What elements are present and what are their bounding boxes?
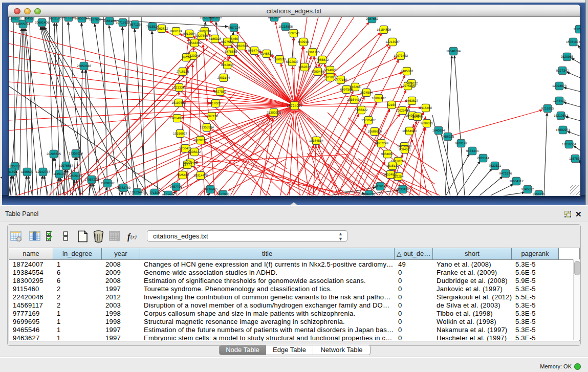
svg-text:10655287: 10655287 <box>75 17 90 20</box>
svg-text:9084011: 9084011 <box>399 148 411 151</box>
svg-text:640910: 640910 <box>298 40 309 44</box>
svg-text:771306: 771306 <box>149 191 160 195</box>
svg-text:16210643: 16210643 <box>554 114 569 118</box>
svg-text:12213383: 12213383 <box>172 86 187 90</box>
svg-text:8427552: 8427552 <box>214 90 227 94</box>
svg-text:9084067: 9084067 <box>381 152 394 156</box>
svg-text:15777: 15777 <box>183 163 192 167</box>
svg-text:8960860: 8960860 <box>209 17 222 19</box>
svg-text:12975115: 12975115 <box>401 84 415 88</box>
svg-text:5498222: 5498222 <box>188 150 201 154</box>
svg-text:391594: 391594 <box>9 170 17 174</box>
svg-text:1362615: 1362615 <box>298 65 311 69</box>
svg-text:12923445: 12923445 <box>130 191 145 194</box>
svg-text:16154808: 16154808 <box>377 28 391 32</box>
svg-text:9186756: 9186756 <box>363 193 376 195</box>
svg-text:1112075: 1112075 <box>573 28 580 31</box>
svg-text:7986322: 7986322 <box>355 108 368 112</box>
svg-text:9115460: 9115460 <box>420 106 432 110</box>
svg-text:19166827: 19166827 <box>173 132 188 136</box>
svg-text:917006: 917006 <box>210 102 221 105</box>
svg-text:10688609: 10688609 <box>367 130 382 134</box>
svg-text:8121505: 8121505 <box>162 193 175 195</box>
svg-text:8471676: 8471676 <box>499 172 512 176</box>
svg-text:6794028: 6794028 <box>324 69 337 72</box>
svg-text:1167534: 1167534 <box>569 157 580 161</box>
svg-text:1588520: 1588520 <box>273 58 286 61</box>
svg-text:18807249: 18807249 <box>374 142 389 145</box>
svg-text:15692971: 15692971 <box>556 128 571 132</box>
svg-text:1527602: 1527602 <box>89 18 102 21</box>
svg-text:2867608: 2867608 <box>235 45 248 48</box>
svg-text:6466160: 6466160 <box>103 19 116 23</box>
svg-text:99034: 99034 <box>182 56 191 59</box>
svg-text:1145194: 1145194 <box>53 172 66 176</box>
svg-text:20364436: 20364436 <box>347 98 362 102</box>
svg-text:11958197: 11958197 <box>100 182 115 185</box>
svg-text:7485063: 7485063 <box>401 70 413 73</box>
svg-text:9356775: 9356775 <box>533 193 546 195</box>
svg-text:20691406: 20691406 <box>35 21 50 25</box>
svg-text:1244419: 1244419 <box>553 99 566 103</box>
svg-text:9463627: 9463627 <box>406 99 419 103</box>
svg-text:14136141: 14136141 <box>373 185 388 188</box>
svg-text:12093873: 12093873 <box>552 84 567 88</box>
svg-text:16782759: 16782759 <box>116 186 131 190</box>
svg-text:20206515: 20206515 <box>47 152 61 156</box>
svg-text:164944: 164944 <box>412 115 423 119</box>
svg-text:3875685: 3875685 <box>225 50 237 54</box>
svg-text:9162936: 9162936 <box>217 193 230 195</box>
svg-text:2803144: 2803144 <box>217 76 230 80</box>
svg-text:2087652: 2087652 <box>366 17 379 21</box>
svg-text:16671355: 16671355 <box>128 23 143 27</box>
svg-text:1700471: 1700471 <box>179 147 192 150</box>
svg-text:8186328: 8186328 <box>209 37 222 41</box>
svg-text:2718126: 2718126 <box>177 70 189 74</box>
svg-text:7632621: 7632621 <box>489 164 502 168</box>
svg-text:11353594: 11353594 <box>200 126 214 129</box>
svg-text:19975887: 19975887 <box>59 164 74 168</box>
svg-text:1733426: 1733426 <box>397 188 409 191</box>
svg-text:16120746: 16120746 <box>391 160 406 163</box>
svg-text:8813054: 8813054 <box>268 17 281 19</box>
svg-text:25053346: 25053346 <box>77 64 92 68</box>
svg-text:10025438: 10025438 <box>396 109 410 113</box>
svg-text:9245652: 9245652 <box>521 188 534 191</box>
svg-text:1077556: 1077556 <box>62 17 75 19</box>
svg-text:7955812: 7955812 <box>316 58 329 62</box>
svg-text:18724007: 18724007 <box>287 104 302 108</box>
svg-text:1156829: 1156829 <box>21 170 34 174</box>
svg-text:9699695: 9699695 <box>421 122 433 125</box>
svg-text:16961755: 16961755 <box>306 51 320 54</box>
svg-text:8878332: 8878332 <box>194 139 207 142</box>
svg-text:252254: 252254 <box>393 175 404 179</box>
svg-text:9146821: 9146821 <box>260 52 273 56</box>
svg-text:12505135: 12505135 <box>68 174 83 178</box>
svg-text:17016504: 17016504 <box>562 143 577 146</box>
svg-text:10973493: 10973493 <box>394 54 408 58</box>
svg-text:9327508: 9327508 <box>221 40 234 44</box>
svg-text:9458925: 9458925 <box>442 135 454 139</box>
svg-text:8912954: 8912954 <box>183 32 196 36</box>
svg-text:6990448: 6990448 <box>312 70 324 74</box>
svg-text:9777169: 9777169 <box>335 78 347 82</box>
svg-text:12942737: 12942737 <box>36 170 51 174</box>
svg-text:8960124: 8960124 <box>170 30 183 33</box>
svg-text:9329966: 9329966 <box>561 55 574 59</box>
svg-text:(x): (x) <box>130 234 137 240</box>
svg-text:5226058: 5226058 <box>199 30 211 33</box>
svg-text:17359924: 17359924 <box>69 152 83 156</box>
svg-text:19654923: 19654923 <box>402 129 417 133</box>
svg-text:9327509: 9327509 <box>195 34 208 38</box>
svg-text:19654925: 19654925 <box>170 117 185 120</box>
svg-text:62160: 62160 <box>387 103 396 107</box>
svg-text:9242848: 9242848 <box>221 63 234 67</box>
svg-text:9227342: 9227342 <box>556 69 569 73</box>
svg-text:14055724: 14055724 <box>16 23 31 26</box>
svg-text:7625402: 7625402 <box>177 173 189 177</box>
svg-text:8215955: 8215955 <box>541 107 554 111</box>
svg-text:1132541: 1132541 <box>288 32 300 35</box>
svg-text:15716485: 15716485 <box>203 188 218 191</box>
svg-text:6322037: 6322037 <box>286 60 299 64</box>
svg-text:16107553: 16107553 <box>171 101 186 105</box>
